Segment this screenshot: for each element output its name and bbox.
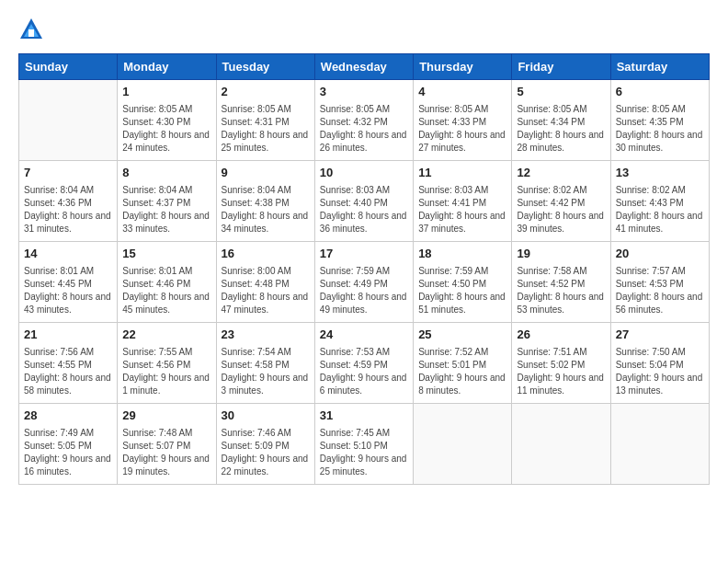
- weekday-header-tuesday: Tuesday: [216, 54, 314, 80]
- calendar-cell: 31Sunrise: 7:45 AMSunset: 5:10 PMDayligh…: [314, 404, 413, 485]
- day-number: 10: [320, 165, 408, 182]
- day-detail: Sunrise: 8:05 AMSunset: 4:30 PMDaylight:…: [122, 103, 210, 155]
- day-number: 17: [320, 246, 408, 263]
- calendar-cell: 3Sunrise: 8:05 AMSunset: 4:32 PMDaylight…: [314, 80, 413, 161]
- day-detail: Sunrise: 8:05 AMSunset: 4:33 PMDaylight:…: [418, 103, 506, 155]
- day-detail: Sunrise: 8:01 AMSunset: 4:46 PMDaylight:…: [122, 265, 210, 316]
- calendar-cell: 8Sunrise: 8:04 AMSunset: 4:37 PMDaylight…: [118, 161, 216, 242]
- calendar-cell: [610, 404, 709, 485]
- calendar-cell: 1Sunrise: 8:05 AMSunset: 4:30 PMDaylight…: [118, 80, 216, 161]
- calendar-cell: 26Sunrise: 7:51 AMSunset: 5:02 PMDayligh…: [512, 323, 610, 404]
- week-row-3: 14Sunrise: 8:01 AMSunset: 4:45 PMDayligh…: [19, 242, 710, 323]
- weekday-header-monday: Monday: [118, 54, 216, 80]
- logo-icon: [18, 17, 44, 46]
- weekday-header-wednesday: Wednesday: [314, 54, 413, 80]
- day-detail: Sunrise: 8:05 AMSunset: 4:34 PMDaylight:…: [517, 103, 605, 155]
- day-detail: Sunrise: 7:48 AMSunset: 5:07 PMDaylight:…: [122, 427, 210, 478]
- page: SundayMondayTuesdayWednesdayThursdayFrid…: [0, 0, 728, 563]
- day-detail: Sunrise: 8:02 AMSunset: 4:43 PMDaylight:…: [616, 184, 704, 236]
- week-row-4: 21Sunrise: 7:56 AMSunset: 4:55 PMDayligh…: [19, 323, 710, 404]
- day-detail: Sunrise: 7:52 AMSunset: 5:01 PMDaylight:…: [418, 346, 506, 397]
- calendar-cell: 28Sunrise: 7:49 AMSunset: 5:05 PMDayligh…: [19, 404, 118, 485]
- day-detail: Sunrise: 7:58 AMSunset: 4:52 PMDaylight:…: [517, 265, 605, 316]
- day-detail: Sunrise: 8:04 AMSunset: 4:38 PMDaylight:…: [222, 184, 310, 236]
- calendar-cell: 10Sunrise: 8:03 AMSunset: 4:40 PMDayligh…: [314, 161, 413, 242]
- day-number: 1: [122, 84, 210, 101]
- header: [18, 17, 710, 46]
- day-number: 23: [222, 327, 310, 344]
- day-detail: Sunrise: 7:55 AMSunset: 4:56 PMDaylight:…: [122, 346, 210, 397]
- calendar-cell: 19Sunrise: 7:58 AMSunset: 4:52 PMDayligh…: [512, 242, 610, 323]
- day-number: 6: [616, 84, 704, 101]
- calendar-cell: 16Sunrise: 8:00 AMSunset: 4:48 PMDayligh…: [216, 242, 314, 323]
- day-number: 14: [24, 246, 112, 263]
- day-number: 16: [222, 246, 310, 263]
- day-number: 22: [122, 327, 210, 344]
- calendar-cell: 29Sunrise: 7:48 AMSunset: 5:07 PMDayligh…: [118, 404, 216, 485]
- weekday-header-friday: Friday: [512, 54, 610, 80]
- day-number: 29: [122, 408, 210, 425]
- weekday-header-thursday: Thursday: [414, 54, 512, 80]
- calendar-cell: 6Sunrise: 8:05 AMSunset: 4:35 PMDaylight…: [610, 80, 709, 161]
- day-number: 21: [24, 327, 112, 344]
- day-number: 7: [24, 165, 112, 182]
- calendar-cell: 18Sunrise: 7:59 AMSunset: 4:50 PMDayligh…: [414, 242, 512, 323]
- week-row-5: 28Sunrise: 7:49 AMSunset: 5:05 PMDayligh…: [19, 404, 710, 485]
- day-detail: Sunrise: 7:56 AMSunset: 4:55 PMDaylight:…: [24, 346, 112, 397]
- day-detail: Sunrise: 8:01 AMSunset: 4:45 PMDaylight:…: [24, 265, 112, 316]
- day-detail: Sunrise: 8:00 AMSunset: 4:48 PMDaylight:…: [222, 265, 310, 316]
- day-number: 8: [122, 165, 210, 182]
- calendar-cell: 7Sunrise: 8:04 AMSunset: 4:36 PMDaylight…: [19, 161, 118, 242]
- day-number: 3: [320, 84, 408, 101]
- calendar-cell: [19, 80, 118, 161]
- calendar-cell: 15Sunrise: 8:01 AMSunset: 4:46 PMDayligh…: [118, 242, 216, 323]
- day-detail: Sunrise: 7:59 AMSunset: 4:50 PMDaylight:…: [418, 265, 506, 316]
- calendar-cell: 22Sunrise: 7:55 AMSunset: 4:56 PMDayligh…: [118, 323, 216, 404]
- day-number: 13: [616, 165, 704, 182]
- day-number: 9: [222, 165, 310, 182]
- calendar-cell: 9Sunrise: 8:04 AMSunset: 4:38 PMDaylight…: [216, 161, 314, 242]
- day-detail: Sunrise: 8:05 AMSunset: 4:32 PMDaylight:…: [320, 103, 408, 155]
- logo: [18, 17, 48, 46]
- day-number: 19: [517, 246, 605, 263]
- day-number: 24: [320, 327, 408, 344]
- calendar-cell: 27Sunrise: 7:50 AMSunset: 5:04 PMDayligh…: [610, 323, 709, 404]
- day-detail: Sunrise: 8:04 AMSunset: 4:36 PMDaylight:…: [24, 184, 112, 236]
- day-number: 27: [616, 327, 704, 344]
- day-number: 2: [222, 84, 310, 101]
- weekday-header-row: SundayMondayTuesdayWednesdayThursdayFrid…: [19, 54, 710, 80]
- calendar-cell: 12Sunrise: 8:02 AMSunset: 4:42 PMDayligh…: [512, 161, 610, 242]
- day-detail: Sunrise: 8:03 AMSunset: 4:40 PMDaylight:…: [320, 184, 408, 236]
- calendar-cell: 30Sunrise: 7:46 AMSunset: 5:09 PMDayligh…: [216, 404, 314, 485]
- day-detail: Sunrise: 8:05 AMSunset: 4:31 PMDaylight:…: [222, 103, 310, 155]
- calendar-cell: 24Sunrise: 7:53 AMSunset: 4:59 PMDayligh…: [314, 323, 413, 404]
- calendar-cell: 4Sunrise: 8:05 AMSunset: 4:33 PMDaylight…: [414, 80, 512, 161]
- day-number: 12: [517, 165, 605, 182]
- day-detail: Sunrise: 7:53 AMSunset: 4:59 PMDaylight:…: [320, 346, 408, 397]
- day-number: 18: [418, 246, 506, 263]
- day-number: 15: [122, 246, 210, 263]
- calendar-cell: [512, 404, 610, 485]
- calendar-cell: 2Sunrise: 8:05 AMSunset: 4:31 PMDaylight…: [216, 80, 314, 161]
- calendar-cell: 5Sunrise: 8:05 AMSunset: 4:34 PMDaylight…: [512, 80, 610, 161]
- day-number: 30: [222, 408, 310, 425]
- day-detail: Sunrise: 7:57 AMSunset: 4:53 PMDaylight:…: [616, 265, 704, 316]
- day-number: 4: [418, 84, 506, 101]
- calendar-cell: 11Sunrise: 8:03 AMSunset: 4:41 PMDayligh…: [414, 161, 512, 242]
- day-detail: Sunrise: 8:03 AMSunset: 4:41 PMDaylight:…: [418, 184, 506, 236]
- day-detail: Sunrise: 7:46 AMSunset: 5:09 PMDaylight:…: [222, 427, 310, 478]
- day-detail: Sunrise: 8:05 AMSunset: 4:35 PMDaylight:…: [616, 103, 704, 155]
- weekday-header-saturday: Saturday: [610, 54, 709, 80]
- day-detail: Sunrise: 7:51 AMSunset: 5:02 PMDaylight:…: [517, 346, 605, 397]
- weekday-header-sunday: Sunday: [19, 54, 118, 80]
- calendar-cell: 20Sunrise: 7:57 AMSunset: 4:53 PMDayligh…: [610, 242, 709, 323]
- day-detail: Sunrise: 8:02 AMSunset: 4:42 PMDaylight:…: [517, 184, 605, 236]
- day-number: 20: [616, 246, 704, 263]
- day-detail: Sunrise: 7:59 AMSunset: 4:49 PMDaylight:…: [320, 265, 408, 316]
- calendar-table: SundayMondayTuesdayWednesdayThursdayFrid…: [18, 53, 710, 485]
- day-detail: Sunrise: 7:49 AMSunset: 5:05 PMDaylight:…: [24, 427, 112, 478]
- day-number: 11: [418, 165, 506, 182]
- week-row-1: 1Sunrise: 8:05 AMSunset: 4:30 PMDaylight…: [19, 80, 710, 161]
- calendar-cell: 17Sunrise: 7:59 AMSunset: 4:49 PMDayligh…: [314, 242, 413, 323]
- calendar-cell: 21Sunrise: 7:56 AMSunset: 4:55 PMDayligh…: [19, 323, 118, 404]
